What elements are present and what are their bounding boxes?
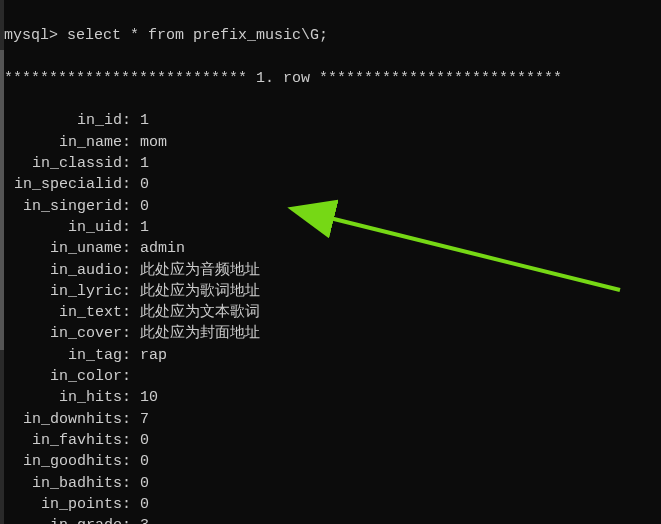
field-value: 此处应为文本歌词 (140, 304, 260, 321)
field-name: in_text (4, 302, 122, 323)
field-name: in_grade (4, 515, 122, 524)
data-row: in_name: mom (4, 132, 661, 153)
field-value: 0 (140, 432, 149, 449)
data-row: in_points: 0 (4, 494, 661, 515)
data-row: in_text: 此处应为文本歌词 (4, 302, 661, 323)
data-row: in_badhits: 0 (4, 473, 661, 494)
data-row: in_tag: rap (4, 345, 661, 366)
row-separator: *************************** 1. row *****… (4, 68, 661, 89)
data-row: in_cover: 此处应为封面地址 (4, 323, 661, 344)
data-row: in_uid: 1 (4, 217, 661, 238)
field-value: 3 (140, 517, 149, 524)
data-row: in_lyric: 此处应为歌词地址 (4, 281, 661, 302)
data-row: in_singerid: 0 (4, 196, 661, 217)
field-value: 此处应为封面地址 (140, 325, 260, 342)
data-row: in_id: 1 (4, 110, 661, 131)
field-name: in_audio (4, 260, 122, 281)
field-value: 7 (140, 411, 149, 428)
field-name: in_downhits (4, 409, 122, 430)
field-value: 1 (140, 219, 149, 236)
field-name: in_specialid (4, 174, 122, 195)
field-name: in_cover (4, 323, 122, 344)
data-row: in_classid: 1 (4, 153, 661, 174)
field-value: 10 (140, 389, 158, 406)
field-value: 1 (140, 112, 149, 129)
data-row: in_color: (4, 366, 661, 387)
field-name: in_singerid (4, 196, 122, 217)
field-name: in_goodhits (4, 451, 122, 472)
field-value: rap (140, 347, 167, 364)
terminal-output: mysql> select * from prefix_music\G; ***… (0, 0, 661, 524)
field-name: in_name (4, 132, 122, 153)
field-name: in_id (4, 110, 122, 131)
field-value: admin (140, 240, 185, 257)
field-value: mom (140, 134, 167, 151)
field-value: 0 (140, 453, 149, 470)
field-value: 0 (140, 475, 149, 492)
field-name: in_tag (4, 345, 122, 366)
field-name: in_points (4, 494, 122, 515)
field-name: in_uname (4, 238, 122, 259)
field-name: in_badhits (4, 473, 122, 494)
field-name: in_lyric (4, 281, 122, 302)
field-value: 0 (140, 198, 149, 215)
field-name: in_favhits (4, 430, 122, 451)
field-name: in_hits (4, 387, 122, 408)
data-row: in_uname: admin (4, 238, 661, 259)
field-value: 1 (140, 155, 149, 172)
field-value: 此处应为歌词地址 (140, 283, 260, 300)
data-row: in_specialid: 0 (4, 174, 661, 195)
field-value: 0 (140, 176, 149, 193)
field-name: in_uid (4, 217, 122, 238)
data-row: in_audio: 此处应为音频地址 (4, 260, 661, 281)
field-name: in_color (4, 366, 122, 387)
field-name: in_classid (4, 153, 122, 174)
data-row: in_grade: 3 (4, 515, 661, 524)
field-value: 此处应为音频地址 (140, 262, 260, 279)
data-row: in_downhits: 7 (4, 409, 661, 430)
data-row: in_goodhits: 0 (4, 451, 661, 472)
data-row: in_hits: 10 (4, 387, 661, 408)
sql-prompt: mysql> select * from prefix_music\G; (4, 25, 661, 46)
field-value: 0 (140, 496, 149, 513)
data-row: in_favhits: 0 (4, 430, 661, 451)
